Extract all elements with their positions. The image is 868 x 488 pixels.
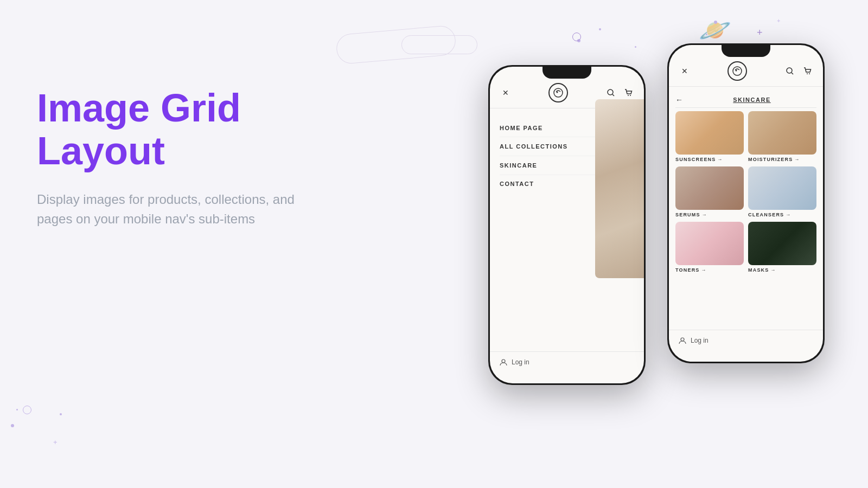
page-description: Display images for products, collections… bbox=[37, 190, 308, 229]
phone-2-header-icons bbox=[784, 65, 813, 77]
skincare-header-row: ← SKINCARE bbox=[675, 91, 816, 108]
phone-notch-1 bbox=[542, 67, 591, 79]
grid-item-masks: MASKS → bbox=[748, 222, 816, 273]
svg-line-3 bbox=[612, 94, 614, 96]
svg-point-11 bbox=[807, 73, 808, 74]
phones-demo: ✕ bbox=[488, 43, 825, 385]
logo-icon bbox=[548, 83, 568, 102]
left-panel: Image Grid Layout Display images for pro… bbox=[37, 87, 308, 229]
svg-point-7 bbox=[733, 67, 742, 75]
label-arrow: → bbox=[701, 267, 707, 273]
svg-point-5 bbox=[630, 95, 631, 96]
search-icon-2[interactable] bbox=[784, 65, 796, 77]
svg-point-13 bbox=[681, 338, 684, 341]
sunscreens-image bbox=[675, 111, 744, 155]
cleansers-image bbox=[748, 166, 816, 210]
masks-image bbox=[748, 222, 816, 265]
grid-item-sunscreens: SUNSCREENS → bbox=[675, 111, 744, 162]
svg-point-4 bbox=[628, 95, 629, 96]
grid-item-toners: TONERS → bbox=[675, 222, 744, 273]
label-arrow: → bbox=[771, 267, 776, 273]
grid-item-moisturizers: MOISTURIZERS → bbox=[748, 111, 816, 162]
logo-icon-2 bbox=[727, 61, 747, 81]
toners-image bbox=[675, 222, 744, 265]
masks-label[interactable]: MASKS → bbox=[748, 267, 816, 273]
svg-point-12 bbox=[809, 73, 810, 74]
svg-point-2 bbox=[608, 89, 613, 95]
cart-icon[interactable] bbox=[622, 87, 634, 99]
serums-label[interactable]: SERUMS → bbox=[675, 212, 744, 217]
login-label-1: Log in bbox=[512, 358, 529, 366]
skincare-section-title: SKINCARE bbox=[687, 97, 816, 103]
back-button[interactable]: ← bbox=[675, 95, 683, 104]
cart-icon-2[interactable] bbox=[801, 65, 813, 77]
moisturizers-label[interactable]: MOISTURIZERS → bbox=[748, 157, 816, 162]
page-title: Image Grid Layout bbox=[37, 87, 308, 172]
phone-2-content: ← SKINCARE SUNSCREENS → bbox=[669, 87, 823, 277]
label-arrow: → bbox=[702, 212, 707, 217]
sunscreens-label[interactable]: SUNSCREENS → bbox=[675, 157, 744, 162]
phone-2-login[interactable]: Log in bbox=[669, 330, 823, 351]
phone-notch-2 bbox=[722, 45, 770, 57]
close-icon[interactable]: ✕ bbox=[500, 87, 512, 99]
cleansers-label[interactable]: CLEANSERS → bbox=[748, 212, 816, 217]
label-arrow: → bbox=[794, 157, 800, 162]
svg-point-6 bbox=[502, 359, 505, 363]
label-arrow: → bbox=[718, 157, 723, 162]
label-arrow: → bbox=[786, 212, 791, 217]
search-icon[interactable] bbox=[605, 87, 617, 99]
svg-point-9 bbox=[787, 68, 792, 73]
image-grid: SUNSCREENS → MOISTURIZERS → bbox=[675, 111, 816, 273]
svg-point-0 bbox=[554, 88, 563, 97]
phone-1: ✕ bbox=[488, 65, 646, 385]
moisturizers-image bbox=[748, 111, 816, 155]
phone-1-header-icons bbox=[605, 87, 634, 99]
toners-label[interactable]: TONERS → bbox=[675, 267, 744, 273]
serums-image bbox=[675, 166, 744, 210]
svg-point-1 bbox=[557, 92, 558, 93]
svg-line-10 bbox=[792, 73, 793, 74]
phone-1-side-image bbox=[595, 99, 644, 278]
close-icon-2[interactable]: ✕ bbox=[679, 65, 691, 77]
grid-item-serums: SERUMS → bbox=[675, 166, 744, 217]
phone-1-login[interactable]: Log in bbox=[490, 351, 644, 373]
svg-point-8 bbox=[736, 70, 737, 72]
phone-2: ✕ bbox=[667, 43, 825, 363]
grid-item-cleansers: CLEANSERS → bbox=[748, 166, 816, 217]
login-label-2: Log in bbox=[691, 337, 709, 344]
